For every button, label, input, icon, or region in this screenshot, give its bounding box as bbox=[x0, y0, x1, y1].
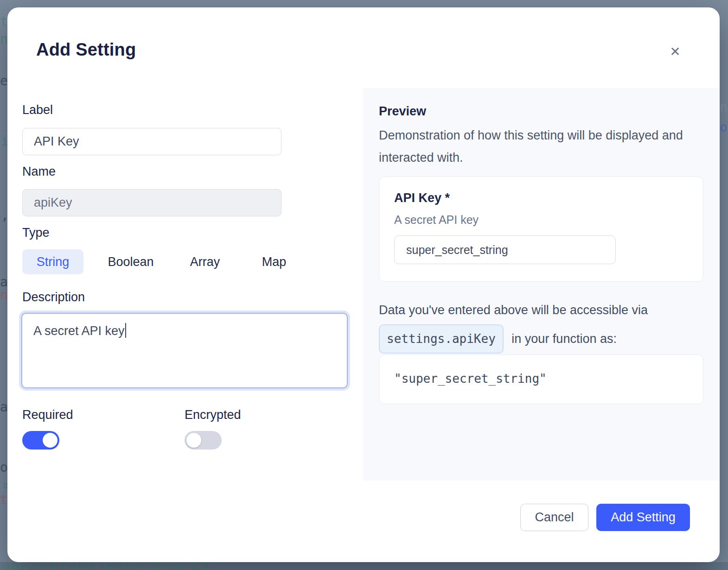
modal-title: Add Setting bbox=[36, 40, 136, 60]
type-tab-string[interactable]: String bbox=[22, 249, 83, 274]
label-input[interactable] bbox=[22, 128, 281, 155]
type-tab-boolean[interactable]: Boolean bbox=[98, 249, 163, 274]
toggle-knob bbox=[43, 433, 57, 448]
access-text-before: Data you've entered above will be access… bbox=[379, 303, 648, 317]
cancel-button[interactable]: Cancel bbox=[520, 504, 588, 531]
type-field-label: Type bbox=[22, 226, 50, 240]
required-toggle[interactable] bbox=[22, 431, 59, 450]
label-field-label: Label bbox=[22, 103, 53, 117]
type-tab-map[interactable]: Map bbox=[242, 249, 307, 274]
preview-panel: Preview Demonstration of how this settin… bbox=[363, 88, 720, 481]
description-field-label: Description bbox=[22, 290, 85, 304]
preview-subtext: Demonstration of how this setting will b… bbox=[379, 124, 685, 169]
description-textarea[interactable]: A secret API key bbox=[21, 313, 348, 388]
bg-code-fragment: nf bbox=[720, 100, 728, 115]
text-cursor bbox=[125, 323, 126, 338]
code-preview-block: "super_secret_string" bbox=[379, 355, 703, 404]
encrypted-toggle[interactable] bbox=[185, 431, 222, 450]
preview-setting-title: API Key * bbox=[394, 191, 450, 205]
close-icon[interactable]: ✕ bbox=[664, 41, 686, 63]
name-input[interactable] bbox=[22, 189, 281, 216]
required-toggle-label: Required bbox=[22, 408, 73, 422]
screen-backdrop: t ng et it , a ( n/ ag oc a th nf or onn… bbox=[0, 0, 728, 570]
type-tab-group: String Boolean Array Map bbox=[7, 249, 351, 274]
preview-setting-card: API Key * A secret API key bbox=[379, 177, 703, 282]
settings-key-code-chip: settings.apiKey bbox=[379, 324, 504, 354]
add-setting-button[interactable]: Add Setting bbox=[596, 504, 690, 531]
name-field-label: Name bbox=[22, 165, 56, 179]
access-text-after: in your function as: bbox=[511, 332, 617, 346]
bg-code-fragment: t bbox=[0, 14, 8, 29]
preview-heading: Preview bbox=[379, 104, 426, 119]
preview-setting-description: A secret API key bbox=[394, 213, 479, 227]
type-tab-array[interactable]: Array bbox=[172, 249, 237, 274]
access-info-text: Data you've entered above will be access… bbox=[379, 299, 687, 354]
description-text: A secret API key bbox=[33, 324, 125, 338]
code-preview-value: "super_secret_string" bbox=[394, 372, 547, 386]
encrypted-toggle-label: Encrypted bbox=[185, 408, 241, 422]
add-setting-modal: Add Setting ✕ Label Name Type String Boo… bbox=[7, 7, 720, 562]
toggle-knob bbox=[186, 433, 201, 448]
preview-setting-input[interactable] bbox=[394, 235, 616, 264]
bg-code-fragment: or bbox=[720, 120, 728, 135]
